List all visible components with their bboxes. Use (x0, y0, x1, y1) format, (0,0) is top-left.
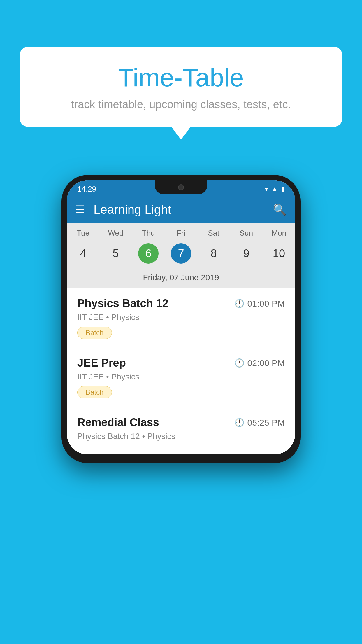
date-5[interactable]: 5 (99, 241, 132, 266)
speech-bubble: Time-Table track timetable, upcoming cla… (20, 47, 342, 127)
schedule-item-1-title: Physics Batch 12 (77, 297, 168, 310)
day-label-fri: Fri (165, 223, 197, 241)
wifi-icon: ▾ (265, 185, 268, 193)
schedule-item-3-time: 🕐 05:25 PM (234, 418, 285, 428)
calendar-dates: 4 5 6 7 8 9 10 (67, 241, 295, 270)
menu-icon[interactable]: ☰ (75, 204, 85, 216)
schedule-item-3-header: Remedial Class 🕐 05:25 PM (77, 416, 285, 429)
date-4[interactable]: 4 (67, 241, 99, 266)
phone-notch (155, 180, 207, 194)
app-bar: ☰ Learning Light 🔍 (67, 197, 295, 223)
battery-icon: ▮ (281, 185, 285, 193)
bubble-title: Time-Table (37, 63, 325, 92)
bubble-subtitle: track timetable, upcoming classes, tests… (37, 98, 325, 111)
schedule-item-1[interactable]: Physics Batch 12 🕐 01:00 PM IIT JEE • Ph… (67, 288, 295, 348)
date-7[interactable]: 7 (165, 241, 197, 266)
day-label-tue: Tue (67, 223, 99, 241)
search-icon[interactable]: 🔍 (273, 203, 287, 216)
clock-icon-1: 🕐 (234, 299, 245, 308)
phone-mockup: 14:29 ▾ ▲ ▮ ☰ Learning Light 🔍 Tue Wed T… (61, 175, 301, 463)
calendar-days-header: Tue Wed Thu Fri Sat Sun Mon (67, 223, 295, 241)
clock-icon-3: 🕐 (234, 418, 245, 427)
schedule-item-1-time: 🕐 01:00 PM (234, 299, 285, 309)
batch-tag-2: Batch (77, 386, 112, 398)
status-icons: ▾ ▲ ▮ (265, 185, 285, 193)
clock-icon-2: 🕐 (234, 358, 245, 368)
day-label-sat: Sat (197, 223, 230, 241)
schedule-item-3-title: Remedial Class (77, 416, 159, 429)
selected-date-label: Friday, 07 June 2019 (67, 270, 295, 288)
schedule-item-3-subtitle: Physics Batch 12 • Physics (77, 432, 285, 441)
phone-screen: 14:29 ▾ ▲ ▮ ☰ Learning Light 🔍 Tue Wed T… (67, 180, 295, 454)
schedule-item-2-header: JEE Prep 🕐 02:00 PM (77, 357, 285, 369)
schedule-item-2-title: JEE Prep (77, 357, 126, 369)
schedule-item-1-header: Physics Batch 12 🕐 01:00 PM (77, 297, 285, 310)
date-6[interactable]: 6 (132, 241, 165, 266)
day-label-mon: Mon (263, 223, 295, 241)
batch-tag-1: Batch (77, 327, 112, 339)
signal-icon: ▲ (271, 185, 278, 193)
phone-body: 14:29 ▾ ▲ ▮ ☰ Learning Light 🔍 Tue Wed T… (61, 175, 301, 463)
schedule-item-2-subtitle: IIT JEE • Physics (77, 372, 285, 382)
schedule-item-3[interactable]: Remedial Class 🕐 05:25 PM Physics Batch … (67, 407, 295, 454)
date-8[interactable]: 8 (197, 241, 230, 266)
schedule-item-2[interactable]: JEE Prep 🕐 02:00 PM IIT JEE • Physics Ba… (67, 348, 295, 407)
day-label-sun: Sun (230, 223, 263, 241)
date-9[interactable]: 9 (230, 241, 263, 266)
day-label-wed: Wed (99, 223, 132, 241)
day-label-thu: Thu (132, 223, 165, 241)
camera (178, 184, 184, 190)
date-10[interactable]: 10 (263, 241, 295, 266)
schedule-item-2-time: 🕐 02:00 PM (234, 358, 285, 368)
speech-bubble-section: Time-Table track timetable, upcoming cla… (20, 47, 342, 127)
schedule-item-1-subtitle: IIT JEE • Physics (77, 313, 285, 322)
status-time: 14:29 (77, 185, 96, 194)
app-bar-title: Learning Light (94, 203, 273, 217)
